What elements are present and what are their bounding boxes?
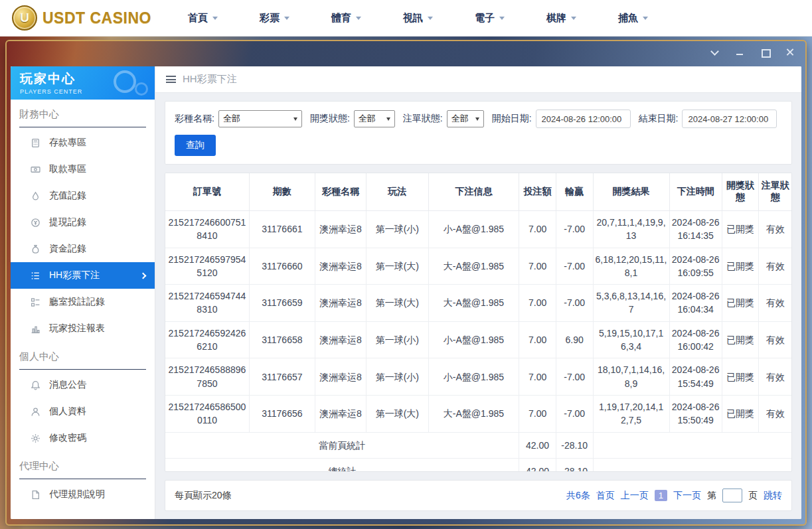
menu-item-label: 視訊	[403, 12, 423, 25]
table-row: 2152172465979545120 31176660 澳洲幸运8 第一球(大…	[165, 248, 791, 285]
cell-draw-status: 已開獎	[722, 248, 759, 285]
jump-suffix-label: 页	[748, 490, 758, 502]
sidebar-item-label: 取款專區	[49, 163, 86, 175]
cell-draw-result: 5,19,15,10,17,16,3,4	[593, 321, 669, 358]
current-page[interactable]: 1	[655, 490, 667, 501]
cell-order-no: 2152172465865000110	[165, 395, 249, 432]
cell-draw-result: 5,3,6,8,13,14,16,7	[593, 285, 669, 322]
sidebar-item-label: 資金記錄	[49, 243, 86, 255]
sidebar-item-deposit[interactable]: 存款專區	[11, 129, 155, 156]
chevron-down-icon	[475, 117, 479, 121]
sidebar-item-change-password[interactable]: 修改密碼	[11, 425, 155, 451]
chevron-down-icon	[284, 17, 289, 20]
user-icon	[31, 407, 41, 417]
page-title: HH彩票下注	[183, 73, 237, 86]
sidebar-item-player-bet-report[interactable]: 玩家投注報表	[11, 315, 155, 342]
sidebar-item-withdrawal-record[interactable]: 提現記錄	[11, 209, 155, 236]
main-header: HH彩票下注	[155, 66, 801, 93]
column-header-win-loss: 輸贏	[556, 173, 593, 211]
summary-winloss-total: -28.10	[556, 458, 593, 472]
app-window: 玩家中心 PLAYERS CENTER 財務中心 存款專區 取款專區 充值記錄	[5, 40, 807, 526]
sidebar-item-recharge-record[interactable]: 充值記錄	[11, 183, 155, 209]
sidebar-item-announcements[interactable]: 消息公告	[11, 372, 155, 398]
cell-period: 31176659	[249, 285, 315, 322]
site-logo[interactable]: U USDT CASINO	[12, 5, 151, 31]
draw-status-label: 開獎狀態:	[310, 113, 350, 125]
order-status-select[interactable]: 全部	[447, 110, 484, 127]
lottery-name-label: 彩種名稱:	[175, 113, 214, 125]
cell-lottery-name: 澳洲幸运8	[315, 358, 366, 396]
draw-status-select[interactable]: 全部	[354, 110, 395, 127]
first-page-link[interactable]: 首页	[596, 490, 615, 502]
summary-row-total: 總統計 42.00 -28.10	[165, 458, 791, 472]
cell-period: 31176660	[249, 248, 315, 285]
column-header-period: 期數	[249, 173, 315, 211]
cell-order-status: 有效	[759, 211, 791, 248]
next-page-link[interactable]: 下一页	[673, 490, 701, 502]
menu-item-label: 棋牌	[546, 12, 566, 25]
lottery-bets-icon	[31, 271, 41, 281]
section-label-agent: 代理中心	[19, 460, 146, 479]
end-date-input[interactable]	[682, 110, 777, 128]
menu-item-home[interactable]: 首頁	[188, 12, 218, 25]
menu-item-lottery[interactable]: 彩票	[260, 12, 289, 25]
sidebar-item-withdraw[interactable]: 取款專區	[11, 156, 155, 183]
cell-win-loss: -7.00	[556, 211, 593, 248]
cell-play-type: 第一球(小)	[366, 211, 428, 248]
main-menu: 首頁 彩票 體育 視訊 電子 棋牌	[188, 12, 648, 25]
cell-draw-result: 1,19,17,20,14,12,7,5	[593, 395, 669, 432]
prev-page-link[interactable]: 上一页	[621, 490, 649, 502]
sidebar-item-label: 提現記錄	[49, 216, 86, 228]
menu-toggle-icon[interactable]	[166, 74, 176, 85]
window-content: 玩家中心 PLAYERS CENTER 財務中心 存款專區 取款專區 充值記錄	[11, 66, 801, 519]
cell-bet-time: 2024-08-26 16:09:55	[669, 248, 722, 285]
summary-label: 總統計	[165, 458, 519, 472]
bets-table-panel: 訂單號 期數 彩種名稱 玩法 下注信息 投注額 輸贏 開獎結果 下注時間 開	[165, 173, 792, 472]
menu-item-sports[interactable]: 體育	[331, 12, 361, 25]
window-close-icon[interactable]	[785, 47, 795, 56]
sidebar-item-funds-record[interactable]: 資金記錄	[11, 236, 155, 262]
column-header-bet-info: 下注信息	[428, 173, 519, 211]
pagination-bar: 每頁顯示20條 共6条 首页 上一页 1 下一页 第 页 跳转	[165, 480, 792, 511]
recharge-record-icon	[31, 191, 41, 201]
window-titlebar	[7, 41, 805, 62]
table-row: 2152172465865000110 31176656 澳洲幸运8 第一球(大…	[165, 395, 791, 432]
cell-play-type: 第一球(小)	[366, 358, 428, 396]
menu-item-slots[interactable]: 電子	[475, 12, 505, 25]
page-jump-input[interactable]	[722, 489, 742, 502]
lottery-select[interactable]: 全部	[218, 110, 302, 127]
sidebar-item-profile[interactable]: 個人資料	[11, 398, 155, 425]
cell-win-loss: -7.00	[556, 248, 593, 285]
search-button[interactable]: 查詢	[175, 135, 216, 156]
cell-period: 31176656	[249, 395, 315, 432]
start-date-input[interactable]	[536, 110, 631, 128]
start-date-label: 開始日期:	[492, 113, 532, 125]
summary-empty	[593, 458, 791, 472]
window-maximize-icon[interactable]	[760, 47, 770, 56]
jump-button[interactable]: 跳转	[764, 490, 782, 502]
summary-label: 當前頁統計	[165, 432, 519, 458]
jump-prefix-label: 第	[707, 490, 716, 502]
cell-play-type: 第一球(小)	[366, 321, 428, 358]
cell-bet-amount: 7.00	[519, 285, 556, 322]
chevron-down-icon	[293, 117, 297, 121]
cell-lottery-name: 澳洲幸运8	[315, 211, 366, 248]
column-header-draw-status: 開獎狀態	[722, 173, 759, 211]
cell-play-type: 第一球(大)	[366, 285, 428, 322]
column-header-order-no: 訂單號	[165, 173, 249, 211]
menu-item-fishing[interactable]: 捕魚	[618, 12, 648, 25]
menu-item-live-video[interactable]: 視訊	[403, 12, 433, 25]
sidebar-item-hh-lottery-bets[interactable]: HH彩票下注	[11, 262, 155, 289]
withdrawal-record-icon	[31, 218, 41, 228]
cell-bet-time: 2024-08-26 16:00:42	[669, 321, 722, 358]
menu-item-board-games[interactable]: 棋牌	[546, 12, 576, 25]
lottery-select-value: 全部	[223, 113, 240, 125]
sidebar-item-room-bet-record[interactable]: 廳室投註記錄	[11, 289, 155, 315]
window-minimize-icon[interactable]	[735, 47, 744, 56]
window-collapse-icon[interactable]	[710, 47, 719, 56]
section-label-finance: 財務中心	[19, 108, 146, 127]
cell-bet-info: 大-A盤@1.985	[428, 395, 519, 432]
cell-draw-result: 20,7,11,1,4,19,9,13	[593, 211, 669, 248]
sidebar-item-agent-rules[interactable]: 代理規則說明	[11, 481, 155, 508]
cell-draw-status: 已開獎	[722, 395, 759, 432]
